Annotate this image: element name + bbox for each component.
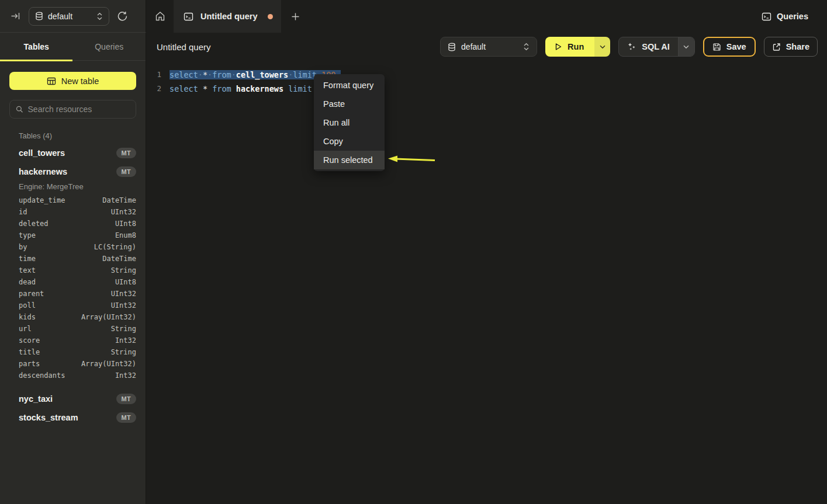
code-line-2[interactable]: 2 select*fromhackernewslimit xyxy=(146,82,827,96)
column-row: parentUInt32 xyxy=(19,288,136,300)
engine-badge: MT xyxy=(116,412,136,423)
column-list: update_timeDateTime idUInt32 deletedUInt… xyxy=(19,194,136,381)
queries-icon xyxy=(762,12,771,22)
context-menu-item-run-selected[interactable]: Run selected xyxy=(314,151,385,169)
database-selector[interactable]: default xyxy=(29,7,109,26)
search-icon xyxy=(16,105,23,113)
table-icon xyxy=(47,77,56,86)
column-row: deletedUInt8 xyxy=(19,218,136,230)
updown-chevron-icon xyxy=(96,12,103,20)
table-row-stocks-stream[interactable]: stocks_stream MT xyxy=(19,408,136,427)
run-options-button[interactable] xyxy=(594,37,610,57)
save-button[interactable]: Save xyxy=(703,37,756,57)
database-icon xyxy=(35,12,43,20)
toolbar-controls: default Run xyxy=(440,37,818,57)
context-menu-item-paste[interactable]: Paste xyxy=(314,95,385,113)
sidebar-tabs: Tables Queries xyxy=(0,33,146,61)
plus-icon xyxy=(291,12,300,21)
column-row: byLC(String) xyxy=(19,241,136,253)
line-number: 1 xyxy=(146,68,161,82)
engine-badge: MT xyxy=(116,166,136,177)
table-row-cell-towers[interactable]: cell_towers MT xyxy=(19,144,136,162)
sparkles-icon xyxy=(627,42,636,51)
home-icon xyxy=(155,11,165,22)
query-title: Untitled query xyxy=(157,42,440,52)
run-split-button: Run xyxy=(545,37,610,57)
share-button[interactable]: Share xyxy=(764,37,818,57)
column-row: timeDateTime xyxy=(19,253,136,265)
engine-badge: MT xyxy=(116,394,136,404)
column-row: deadUInt8 xyxy=(19,276,136,288)
search-input[interactable] xyxy=(28,105,130,114)
play-icon xyxy=(554,43,562,51)
run-button-label: Run xyxy=(568,42,584,51)
column-row: titleString xyxy=(19,346,136,358)
tables-section-label: Tables (4) xyxy=(19,131,146,140)
home-tab[interactable] xyxy=(146,0,174,33)
context-menu-item-copy[interactable]: Copy xyxy=(314,132,385,151)
tab-strip: Untitled query xyxy=(146,0,827,33)
sidebar-tab-tables[interactable]: Tables xyxy=(0,33,73,60)
search-box[interactable] xyxy=(9,100,136,119)
sql-ai-split-button: SQL AI xyxy=(618,37,695,57)
save-button-label: Save xyxy=(726,42,746,51)
save-icon xyxy=(712,43,721,51)
column-row: textString xyxy=(19,265,136,276)
share-button-label: Share xyxy=(786,42,809,51)
top-bar-left: default xyxy=(0,0,146,33)
column-row: typeEnum8 xyxy=(19,230,136,241)
chevron-down-icon xyxy=(683,45,689,49)
editor-context-menu: Format query Paste Run all Copy Run sele… xyxy=(314,74,385,171)
database-selector[interactable]: default xyxy=(440,37,537,57)
engine-detail: Engine: MergeTree xyxy=(19,182,146,191)
column-row: pollUInt32 xyxy=(19,300,136,311)
terminal-icon xyxy=(184,12,193,22)
column-row: update_timeDateTime xyxy=(19,194,136,206)
refresh-button[interactable] xyxy=(117,11,127,21)
database-selector-value: default xyxy=(461,42,518,51)
column-row: kidsArray(UInt32) xyxy=(19,311,136,323)
sql-editor[interactable]: 1 select*fromcell_towerslimit100 2 selec… xyxy=(146,61,827,96)
collapse-sidebar-button[interactable] xyxy=(11,11,20,21)
column-row: urlString xyxy=(19,323,136,335)
engine-badge: MT xyxy=(116,148,136,158)
database-icon xyxy=(448,43,456,51)
context-menu-item-run-all[interactable]: Run all xyxy=(314,113,385,132)
new-table-label: New table xyxy=(61,77,99,86)
chevron-down-icon xyxy=(600,45,605,49)
active-tab-underline xyxy=(0,60,72,61)
queries-button[interactable]: Queries xyxy=(762,0,808,33)
new-table-button[interactable]: New table xyxy=(9,72,136,90)
query-toolbar: Untitled query default Run xyxy=(146,33,827,61)
top-bar: Untitled query default xyxy=(0,0,827,33)
sidebar-tab-queries[interactable]: Queries xyxy=(73,33,146,60)
column-row: partsArray(UInt32) xyxy=(19,358,136,370)
column-row: scoreInt32 xyxy=(19,335,136,346)
sql-ai-options-button[interactable] xyxy=(678,37,694,56)
share-icon xyxy=(772,43,781,51)
main-area: Untitled query default Run xyxy=(146,33,827,504)
annotation-arrow xyxy=(386,153,437,165)
sql-ai-button[interactable]: SQL AI xyxy=(619,37,678,56)
tab-untitled-query[interactable]: Untitled query xyxy=(174,0,281,33)
code-line-1[interactable]: 1 select*fromcell_towerslimit100 xyxy=(146,68,827,82)
database-selector-value: default xyxy=(48,12,92,21)
run-button[interactable]: Run xyxy=(545,37,594,57)
queries-button-label: Queries xyxy=(777,12,808,21)
sidebar: Tables Queries New table Tables (4) cell… xyxy=(0,33,146,504)
context-menu-item-format-query[interactable]: Format query xyxy=(314,76,385,95)
column-row: descendantsInt32 xyxy=(19,370,136,381)
table-row-nyc-taxi[interactable]: nyc_taxi MT xyxy=(19,390,136,408)
new-tab-button[interactable] xyxy=(281,0,309,33)
line-number: 2 xyxy=(146,82,161,96)
collapse-sidebar-icon xyxy=(11,11,20,21)
unsaved-dot xyxy=(268,14,273,19)
sql-ai-label: SQL AI xyxy=(642,42,670,51)
table-row-hackernews[interactable]: hackernews MT xyxy=(19,162,136,181)
tab-label: Untitled query xyxy=(200,12,261,21)
updown-chevron-icon xyxy=(523,43,530,51)
column-row: idUInt32 xyxy=(19,206,136,218)
refresh-icon xyxy=(117,11,127,21)
